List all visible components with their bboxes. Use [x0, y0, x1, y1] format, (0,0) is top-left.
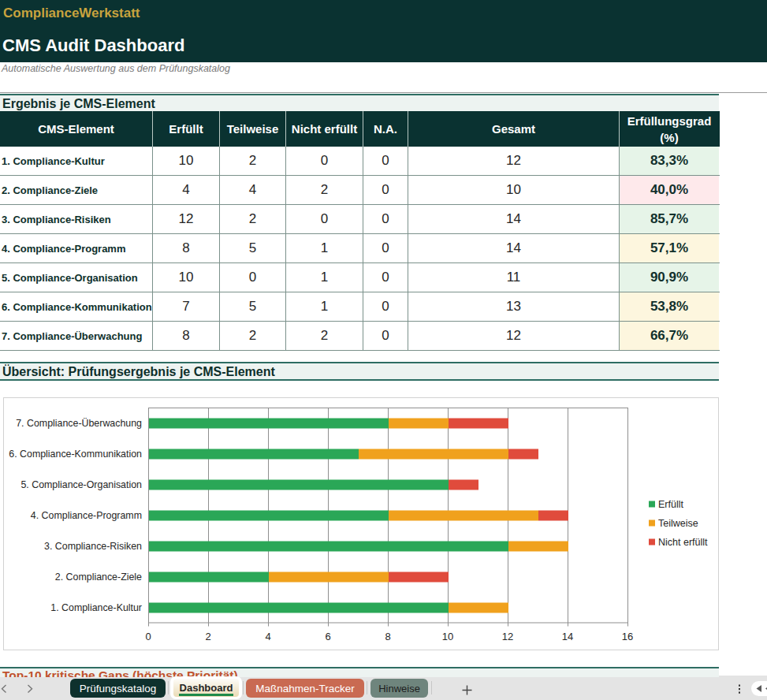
svg-text:2: 2: [205, 631, 210, 642]
svg-text:3. Compliance-Risiken: 3. Compliance-Risiken: [44, 541, 142, 552]
svg-text:16: 16: [622, 631, 633, 642]
svg-text:Teilweise: Teilweise: [658, 518, 698, 529]
svg-text:0: 0: [145, 631, 151, 642]
svg-text:4. Compliance-Programm: 4. Compliance-Programm: [31, 510, 142, 521]
svg-text:14: 14: [562, 631, 573, 642]
svg-text:6: 6: [325, 631, 330, 642]
svg-text:7. Compliance-Überwachung: 7. Compliance-Überwachung: [16, 418, 142, 429]
svg-text:2. Compliance-Ziele: 2. Compliance-Ziele: [55, 572, 142, 583]
svg-text:10: 10: [442, 631, 453, 642]
svg-text:12: 12: [502, 631, 513, 642]
svg-text:4: 4: [265, 631, 270, 642]
svg-text:Nicht erfüllt: Nicht erfüllt: [658, 537, 708, 548]
svg-text:Erfüllt: Erfüllt: [658, 499, 683, 510]
svg-text:6. Compliance-Kommunikation: 6. Compliance-Kommunikation: [9, 449, 142, 460]
svg-text:8: 8: [385, 631, 390, 642]
svg-text:1. Compliance-Kultur: 1. Compliance-Kultur: [50, 602, 142, 613]
svg-text:5. Compliance-Organisation: 5. Compliance-Organisation: [20, 479, 142, 490]
